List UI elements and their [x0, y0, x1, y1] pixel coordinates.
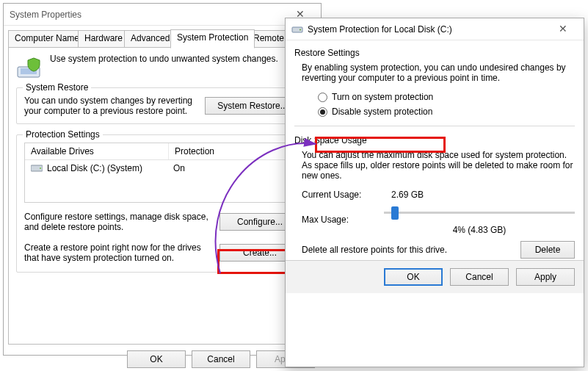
titlebar[interactable]: System Properties ✕ — [4, 4, 321, 26]
max-usage-label: Max Usage: — [302, 215, 375, 225]
restore-settings-heading: Restore Settings — [294, 48, 575, 58]
protection-settings-legend: Protection Settings — [23, 129, 103, 140]
radio-disable[interactable]: Disable system protection — [318, 107, 575, 117]
delete-text: Delete all restore points for this drive… — [302, 245, 512, 255]
ok-button[interactable]: OK — [384, 268, 443, 286]
drive-icon — [31, 164, 43, 173]
radio-turn-on[interactable]: Turn on system protection — [318, 92, 575, 102]
tab-system-protection[interactable]: System Protection — [170, 29, 255, 48]
radio-label: Disable system protection — [332, 107, 432, 117]
system-restore-group: System Restore You can undo system chang… — [16, 87, 308, 124]
current-usage-value: 2.69 GB — [391, 190, 424, 200]
svg-point-3 — [40, 168, 41, 169]
titlebar[interactable]: System Protection for Local Disk (C:) ✕ — [286, 18, 584, 40]
col-protection[interactable]: Protection — [169, 143, 300, 159]
disk-desc: You can adjust the maximum disk space us… — [302, 150, 575, 181]
restore-desc: By enabling system protection, you can u… — [302, 62, 575, 83]
tab-advanced[interactable]: Advanced — [124, 30, 176, 48]
cancel-button[interactable]: Cancel — [450, 268, 509, 286]
drive-status: On — [173, 163, 294, 173]
dialog-buttons: OK Cancel Apply — [286, 260, 584, 293]
protection-icon — [16, 54, 43, 80]
table-row[interactable]: Local Disk (C:) (System) On — [25, 160, 300, 176]
col-drives[interactable]: Available Drives — [25, 143, 169, 159]
system-properties-window: System Properties ✕ Computer Name Hardwa… — [3, 3, 322, 356]
divider — [294, 126, 575, 126]
disk-usage-heading: Disk Space Usage — [294, 135, 575, 145]
drive-name: Local Disk (C:) (System) — [47, 163, 142, 173]
max-usage-slider[interactable] — [384, 204, 575, 222]
tab-computer-name[interactable]: Computer Name — [8, 30, 86, 48]
tab-hardware[interactable]: Hardware — [78, 30, 129, 48]
radio-icon — [318, 93, 327, 102]
drives-table: Available Drives Protection Local Disk (… — [24, 143, 300, 203]
cancel-button[interactable]: Cancel — [192, 350, 250, 368]
system-restore-legend: System Restore — [23, 82, 91, 93]
configure-text: Configure restore settings, manage disk … — [24, 212, 212, 232]
restore-text: You can undo system changes by reverting… — [24, 96, 197, 116]
tab-panel: Use system protection to undo unwanted s… — [8, 48, 316, 345]
current-usage-label: Current Usage: — [302, 190, 382, 200]
apply-button[interactable]: Apply — [516, 268, 575, 286]
create-text: Create a restore point right now for the… — [24, 242, 212, 263]
tab-strip: Computer Name Hardware Advanced System P… — [8, 30, 316, 48]
window-title: System Properties — [10, 10, 286, 20]
drive-icon — [291, 24, 303, 35]
delete-button[interactable]: Delete — [520, 241, 575, 259]
radio-icon — [318, 107, 327, 117]
dialog-buttons: OK Cancel Apply — [4, 350, 315, 368]
desc-text: Use system protection to undo unwanted s… — [50, 54, 278, 80]
protection-settings-group: Protection Settings Available Drives Pro… — [16, 134, 308, 273]
close-icon[interactable]: ✕ — [548, 22, 578, 37]
ok-button[interactable]: OK — [127, 350, 186, 368]
radio-label: Turn on system protection — [332, 92, 433, 102]
slider-caption: 4% (4.83 GB) — [384, 225, 575, 235]
window-title: System Protection for Local Disk (C:) — [308, 24, 548, 35]
system-protection-dialog: System Protection for Local Disk (C:) ✕ … — [285, 18, 584, 367]
svg-point-5 — [300, 29, 301, 30]
